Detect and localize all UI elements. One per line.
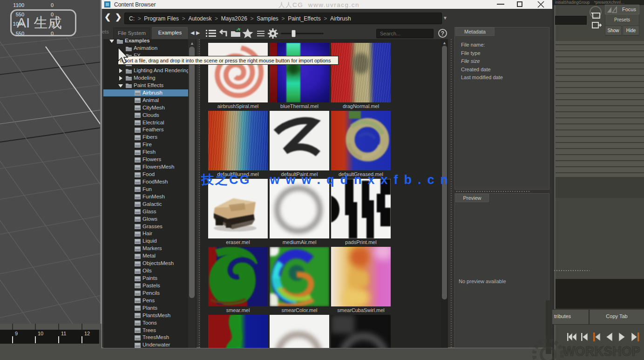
svg-text:WORKSHOP: WORKSHOP xyxy=(563,344,640,359)
